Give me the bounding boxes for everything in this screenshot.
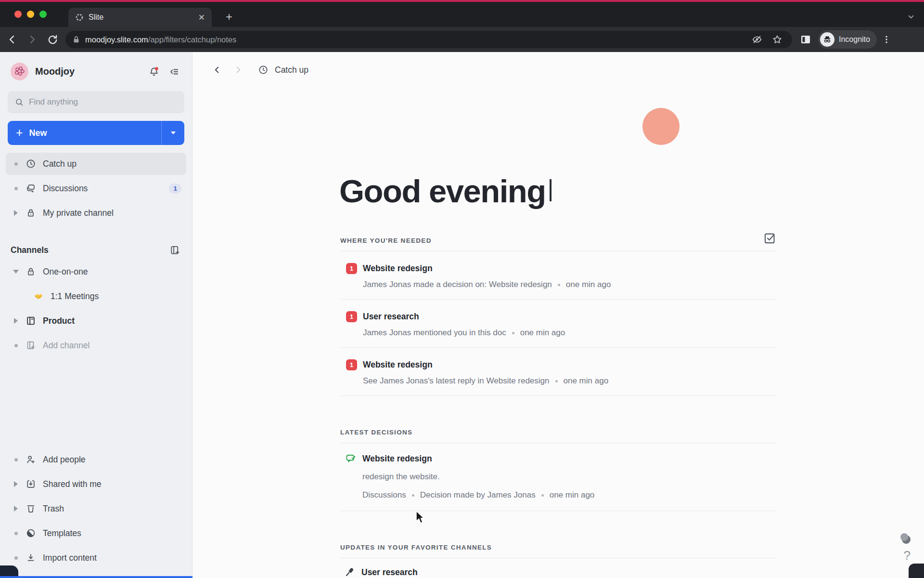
chevron-right-icon[interactable] xyxy=(11,481,21,487)
sidebar-bottom-banner-edge xyxy=(0,576,192,578)
chevron-down-icon xyxy=(171,131,176,134)
side-panel-icon[interactable] xyxy=(800,34,811,45)
search-icon xyxy=(14,97,24,107)
slite-app: Moodjoy Find anything + New Catch up xyxy=(0,52,924,578)
mark-all-done-checkbox-icon[interactable] xyxy=(763,231,776,244)
search-input[interactable]: Find anything xyxy=(8,91,184,113)
item-title[interactable]: Website redesign xyxy=(362,454,432,464)
channel-1-1-meetings[interactable]: 1:1 Meetings xyxy=(6,285,186,307)
item-title[interactable]: Website redesign xyxy=(363,263,433,274)
chevron-right-icon[interactable] xyxy=(11,318,21,324)
meta-channel: Discussions xyxy=(362,490,406,500)
section-favorites-header: UPDATES IN YOUR FAVORITE CHANNELS xyxy=(340,544,776,551)
tab-close-icon[interactable]: ✕ xyxy=(198,13,205,23)
workspace-header: Moodjoy xyxy=(0,52,192,82)
browser-forward-button[interactable] xyxy=(24,31,40,48)
dot-separator xyxy=(541,494,544,497)
browser-reload-button[interactable] xyxy=(44,31,61,48)
handshake-emoji-icon xyxy=(33,291,44,302)
intercom-launcher-blob[interactable] xyxy=(899,532,911,545)
sidebar: Moodjoy Find anything + New Catch up xyxy=(0,52,192,578)
back-icon[interactable] xyxy=(210,63,224,77)
page-title: Good evening xyxy=(339,172,552,210)
help-button[interactable]: ? xyxy=(904,548,911,563)
user-avatar[interactable] xyxy=(642,108,680,145)
sidebar-item-discussions[interactable]: Discussions 1 xyxy=(6,177,186,199)
section-label: LATEST DECISIONS xyxy=(340,429,412,436)
decision-body: redesign the website. xyxy=(340,472,776,482)
needed-item[interactable]: 1 User research James Jonas mentioned yo… xyxy=(340,300,776,347)
bullet-dot xyxy=(11,162,21,166)
lock-icon xyxy=(25,266,37,277)
chevron-down-icon[interactable] xyxy=(11,270,21,274)
new-tab-button[interactable]: + xyxy=(222,11,236,24)
sidebar-footer: Add people Shared with me Trash xyxy=(6,448,186,571)
clock-icon xyxy=(256,63,270,77)
chevron-right-icon[interactable] xyxy=(11,506,21,512)
sidebar-item-shared-with-me[interactable]: Shared with me xyxy=(6,473,186,495)
breadcrumb-label[interactable]: Catch up xyxy=(275,65,308,75)
bullet-dot xyxy=(11,458,21,461)
browser-tab[interactable]: Slite ✕ xyxy=(68,8,212,27)
lock-icon xyxy=(25,208,37,218)
channel-one-on-one[interactable]: One-on-one xyxy=(6,261,186,283)
maximize-window-button[interactable] xyxy=(39,11,47,18)
decision-item[interactable]: Website redesign redesign the website. D… xyxy=(340,443,776,511)
sidebar-item-templates[interactable]: Templates xyxy=(6,522,186,544)
section-needed-header: WHERE YOU'RE NEEDED xyxy=(340,231,776,244)
mouse-cursor xyxy=(415,511,428,525)
sidebar-item-my-private-channel[interactable]: My private channel xyxy=(6,202,186,224)
tab-title: Slite xyxy=(89,13,198,22)
needed-item[interactable]: 1 Website redesign See James Jonas's lat… xyxy=(340,348,776,395)
item-title[interactable]: User research xyxy=(361,567,418,578)
add-channel-icon[interactable] xyxy=(169,245,180,256)
search-placeholder: Find anything xyxy=(29,97,78,107)
favorite-update-item[interactable]: User research xyxy=(340,558,776,578)
collapse-sidebar-icon[interactable] xyxy=(167,65,181,79)
add-channel-icon xyxy=(25,340,37,351)
sidebar-item-trash[interactable]: Trash xyxy=(6,498,186,520)
section-label: WHERE YOU'RE NEEDED xyxy=(340,237,432,244)
bullet-dot xyxy=(11,344,21,347)
sidebar-item-add-channel[interactable]: Add channel xyxy=(6,334,186,356)
url-text[interactable]: moodjoy.slite.com/app/filters/catchup/no… xyxy=(85,35,745,44)
browser-menu-icon[interactable] xyxy=(882,35,891,44)
item-title[interactable]: Website redesign xyxy=(363,360,433,370)
channels-list: One-on-one 1:1 Meetings Product xyxy=(6,261,186,359)
workspace-name[interactable]: Moodjoy xyxy=(35,66,141,77)
address-bar[interactable]: moodjoy.slite.com/app/filters/catchup/no… xyxy=(65,31,792,48)
sidebar-item-add-people[interactable]: Add people xyxy=(6,448,186,471)
sidebar-nav: Catch up Discussions 1 My private channe… xyxy=(6,153,186,226)
bullet-dot xyxy=(11,532,21,535)
catchup-content: WHERE YOU'RE NEEDED 1 Website redesign J… xyxy=(340,231,776,578)
dot-separator xyxy=(512,332,514,334)
section-label: UPDATES IN YOUR FAVORITE CHANNELS xyxy=(340,544,492,551)
discussions-icon xyxy=(25,183,37,194)
divider xyxy=(340,511,776,511)
browser-back-button[interactable] xyxy=(4,31,20,48)
item-subtitle: James Jonas made a decision on: Website … xyxy=(340,280,776,289)
tab-search-chevron-icon[interactable] xyxy=(907,13,915,21)
minimize-window-button[interactable] xyxy=(27,11,34,18)
workspace-avatar[interactable] xyxy=(11,63,28,80)
window-controls[interactable] xyxy=(14,11,47,18)
timestamp: one min ago xyxy=(550,490,595,500)
channel-product[interactable]: Product xyxy=(6,310,186,332)
new-button[interactable]: + New xyxy=(8,121,184,145)
sidebar-item-import-content[interactable]: Import content xyxy=(6,547,186,569)
sidebar-item-catch-up[interactable]: Catch up xyxy=(6,153,186,175)
reveal-password-eye-off-icon[interactable] xyxy=(749,31,765,48)
slite-favicon xyxy=(75,13,84,22)
unread-count-badge: 1 xyxy=(346,263,357,274)
incognito-badge: Incognito xyxy=(818,30,877,49)
new-button-dropdown[interactable] xyxy=(161,121,184,145)
forward-icon[interactable] xyxy=(231,63,245,77)
notifications-bell-icon[interactable] xyxy=(147,65,161,79)
bookmark-star-icon[interactable] xyxy=(769,31,785,48)
add-people-icon xyxy=(25,454,37,465)
chevron-right-icon[interactable] xyxy=(11,210,21,216)
close-window-button[interactable] xyxy=(14,11,22,18)
needed-item[interactable]: 1 Website redesign James Jonas made a de… xyxy=(340,251,776,299)
item-title[interactable]: User research xyxy=(363,312,419,322)
text-cursor xyxy=(550,179,552,201)
